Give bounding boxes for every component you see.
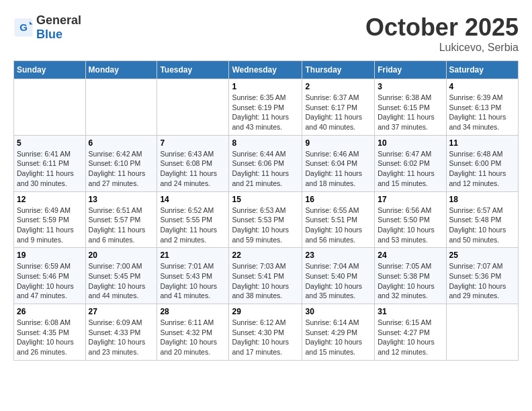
- calendar-week-4: 19Sunrise: 6:59 AMSunset: 5:46 PMDayligh…: [14, 248, 519, 304]
- day-number: 17: [378, 195, 443, 204]
- calendar-cell: 2Sunrise: 6:37 AMSunset: 6:17 PMDaylight…: [302, 79, 375, 136]
- calendar-cell: 19Sunrise: 6:59 AMSunset: 5:46 PMDayligh…: [14, 248, 86, 304]
- day-number: 29: [232, 307, 299, 316]
- day-info: Sunrise: 6:53 AMSunset: 5:53 PMDaylight:…: [232, 205, 299, 245]
- day-number: 15: [232, 195, 299, 204]
- calendar-cell: 15Sunrise: 6:53 AMSunset: 5:53 PMDayligh…: [229, 191, 302, 248]
- calendar-cell: 3Sunrise: 6:38 AMSunset: 6:15 PMDaylight…: [375, 79, 446, 136]
- day-info: Sunrise: 6:38 AMSunset: 6:15 PMDaylight:…: [378, 93, 443, 132]
- logo-blue-text: Blue: [36, 28, 81, 42]
- calendar-cell: 28Sunrise: 6:11 AMSunset: 4:32 PMDayligh…: [157, 304, 229, 361]
- day-info: Sunrise: 6:09 AMSunset: 4:33 PMDaylight:…: [89, 318, 154, 357]
- calendar-cell: 16Sunrise: 6:55 AMSunset: 5:51 PMDayligh…: [302, 191, 375, 248]
- weekday-header-thursday: Thursday: [302, 61, 375, 79]
- day-info: Sunrise: 7:05 AMSunset: 5:38 PMDaylight:…: [378, 261, 443, 301]
- day-info: Sunrise: 6:14 AMSunset: 4:29 PMDaylight:…: [305, 318, 371, 357]
- calendar-table: SundayMondayTuesdayWednesdayThursdayFrid…: [13, 60, 519, 361]
- calendar-cell: [446, 304, 518, 361]
- day-number: 13: [89, 195, 154, 204]
- day-info: Sunrise: 7:04 AMSunset: 5:40 PMDaylight:…: [305, 261, 371, 301]
- day-info: Sunrise: 6:41 AMSunset: 6:11 PMDaylight:…: [17, 149, 83, 189]
- day-info: Sunrise: 6:11 AMSunset: 4:32 PMDaylight:…: [160, 318, 226, 357]
- day-info: Sunrise: 6:47 AMSunset: 6:02 PMDaylight:…: [378, 149, 443, 189]
- calendar-cell: 31Sunrise: 6:15 AMSunset: 4:27 PMDayligh…: [375, 304, 446, 361]
- calendar-week-1: 1Sunrise: 6:35 AMSunset: 6:19 PMDaylight…: [14, 79, 519, 136]
- weekday-header-row: SundayMondayTuesdayWednesdayThursdayFrid…: [14, 61, 519, 79]
- svg-text:G: G: [19, 21, 28, 33]
- title-section: October 2025 Lukicevo, Serbia: [365, 13, 519, 54]
- day-info: Sunrise: 6:48 AMSunset: 6:00 PMDaylight:…: [449, 149, 515, 189]
- calendar-cell: [157, 79, 229, 136]
- month-title: October 2025: [365, 13, 519, 42]
- calendar-week-5: 26Sunrise: 6:08 AMSunset: 4:35 PMDayligh…: [14, 304, 519, 361]
- page-header: G General Blue October 2025 Lukicevo, Se…: [13, 13, 519, 54]
- day-number: 14: [160, 195, 226, 204]
- weekday-header-sunday: Sunday: [14, 61, 86, 79]
- day-info: Sunrise: 7:07 AMSunset: 5:36 PMDaylight:…: [449, 261, 515, 301]
- day-info: Sunrise: 7:01 AMSunset: 5:43 PMDaylight:…: [160, 261, 226, 301]
- weekday-header-monday: Monday: [85, 61, 157, 79]
- calendar-cell: 30Sunrise: 6:14 AMSunset: 4:29 PMDayligh…: [302, 304, 375, 361]
- calendar-cell: 24Sunrise: 7:05 AMSunset: 5:38 PMDayligh…: [375, 248, 446, 304]
- day-number: 6: [89, 138, 154, 148]
- day-number: 2: [305, 82, 371, 91]
- day-number: 10: [378, 138, 443, 148]
- calendar-cell: 23Sunrise: 7:04 AMSunset: 5:40 PMDayligh…: [302, 248, 375, 304]
- day-info: Sunrise: 6:08 AMSunset: 4:35 PMDaylight:…: [17, 318, 83, 357]
- day-number: 11: [449, 138, 515, 148]
- day-number: 1: [232, 82, 299, 91]
- calendar-cell: [85, 79, 157, 136]
- calendar-cell: 4Sunrise: 6:39 AMSunset: 6:13 PMDaylight…: [446, 79, 518, 136]
- calendar-cell: 6Sunrise: 6:42 AMSunset: 6:10 PMDaylight…: [85, 135, 157, 191]
- calendar-cell: 9Sunrise: 6:46 AMSunset: 6:04 PMDaylight…: [302, 135, 375, 191]
- weekday-header-saturday: Saturday: [446, 61, 518, 79]
- calendar-cell: 11Sunrise: 6:48 AMSunset: 6:00 PMDayligh…: [446, 135, 518, 191]
- location: Lukicevo, Serbia: [365, 42, 519, 54]
- day-info: Sunrise: 6:43 AMSunset: 6:08 PMDaylight:…: [160, 149, 226, 189]
- day-info: Sunrise: 6:59 AMSunset: 5:46 PMDaylight:…: [17, 261, 83, 301]
- logo-general-text: General: [36, 13, 81, 28]
- day-number: 28: [160, 307, 226, 316]
- day-info: Sunrise: 6:12 AMSunset: 4:30 PMDaylight:…: [232, 318, 299, 357]
- calendar-cell: 10Sunrise: 6:47 AMSunset: 6:02 PMDayligh…: [375, 135, 446, 191]
- calendar-cell: 27Sunrise: 6:09 AMSunset: 4:33 PMDayligh…: [85, 304, 157, 361]
- day-number: 30: [305, 307, 371, 316]
- day-info: Sunrise: 6:57 AMSunset: 5:48 PMDaylight:…: [449, 205, 515, 245]
- day-info: Sunrise: 7:00 AMSunset: 5:45 PMDaylight:…: [89, 261, 154, 301]
- calendar-cell: 29Sunrise: 6:12 AMSunset: 4:30 PMDayligh…: [229, 304, 302, 361]
- weekday-header-tuesday: Tuesday: [157, 61, 229, 79]
- day-number: 8: [232, 138, 299, 148]
- day-info: Sunrise: 6:49 AMSunset: 5:59 PMDaylight:…: [17, 205, 83, 245]
- logo-text: General Blue: [36, 13, 81, 42]
- day-number: 22: [232, 250, 299, 260]
- day-number: 12: [17, 195, 83, 204]
- calendar-cell: [14, 79, 86, 136]
- calendar-cell: 7Sunrise: 6:43 AMSunset: 6:08 PMDaylight…: [157, 135, 229, 191]
- day-number: 19: [17, 250, 83, 260]
- calendar-cell: 13Sunrise: 6:51 AMSunset: 5:57 PMDayligh…: [85, 191, 157, 248]
- calendar-cell: 25Sunrise: 7:07 AMSunset: 5:36 PMDayligh…: [446, 248, 518, 304]
- logo-icon: G: [13, 17, 34, 38]
- day-number: 24: [378, 250, 443, 260]
- day-number: 20: [89, 250, 154, 260]
- calendar-cell: 17Sunrise: 6:56 AMSunset: 5:50 PMDayligh…: [375, 191, 446, 248]
- calendar-cell: 1Sunrise: 6:35 AMSunset: 6:19 PMDaylight…: [229, 79, 302, 136]
- day-info: Sunrise: 6:42 AMSunset: 6:10 PMDaylight:…: [89, 149, 154, 189]
- calendar-cell: 8Sunrise: 6:44 AMSunset: 6:06 PMDaylight…: [229, 135, 302, 191]
- calendar-week-2: 5Sunrise: 6:41 AMSunset: 6:11 PMDaylight…: [14, 135, 519, 191]
- day-number: 26: [17, 307, 83, 316]
- day-number: 9: [305, 138, 371, 148]
- day-number: 23: [305, 250, 371, 260]
- calendar-cell: 20Sunrise: 7:00 AMSunset: 5:45 PMDayligh…: [85, 248, 157, 304]
- day-info: Sunrise: 6:15 AMSunset: 4:27 PMDaylight:…: [378, 318, 443, 357]
- day-number: 31: [378, 307, 443, 316]
- calendar-cell: 21Sunrise: 7:01 AMSunset: 5:43 PMDayligh…: [157, 248, 229, 304]
- day-info: Sunrise: 6:55 AMSunset: 5:51 PMDaylight:…: [305, 205, 371, 245]
- calendar-cell: 5Sunrise: 6:41 AMSunset: 6:11 PMDaylight…: [14, 135, 86, 191]
- day-info: Sunrise: 6:52 AMSunset: 5:55 PMDaylight:…: [160, 205, 226, 245]
- day-number: 27: [89, 307, 154, 316]
- day-number: 18: [449, 195, 515, 204]
- day-info: Sunrise: 6:37 AMSunset: 6:17 PMDaylight:…: [305, 93, 371, 132]
- calendar-cell: 22Sunrise: 7:03 AMSunset: 5:41 PMDayligh…: [229, 248, 302, 304]
- calendar-cell: 18Sunrise: 6:57 AMSunset: 5:48 PMDayligh…: [446, 191, 518, 248]
